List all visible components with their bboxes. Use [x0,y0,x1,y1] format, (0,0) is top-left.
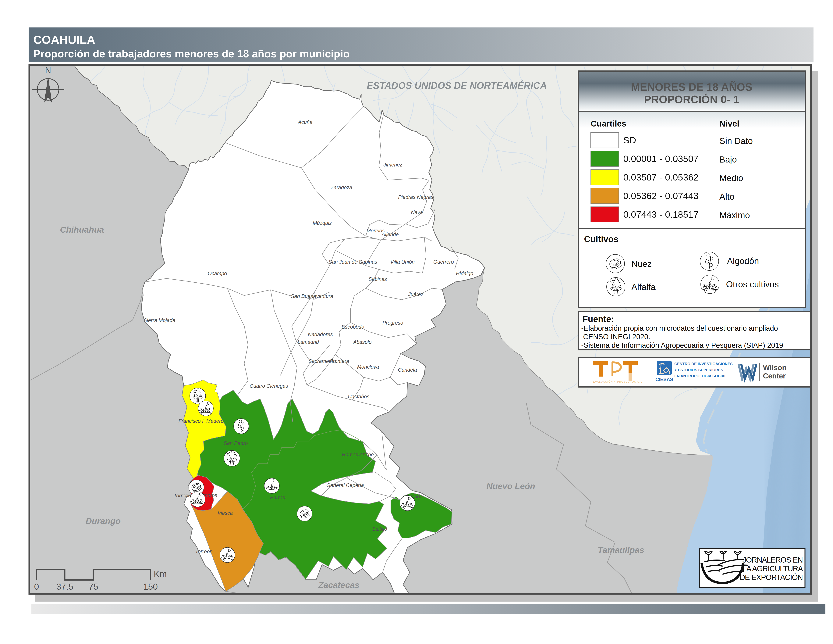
svg-text:Nivel: Nivel [719,119,739,128]
svg-text:EN ANTROPOLOGÍA SOCIAL: EN ANTROPOLOGÍA SOCIAL [674,374,727,378]
svg-text:Acuña: Acuña [298,119,312,125]
svg-text:Alto: Alto [719,192,734,201]
svg-text:Progreso: Progreso [383,320,403,326]
svg-text:General Cepeda: General Cepeda [326,483,364,488]
svg-text:ESTADOS UNIDOS DE NORTEAMÉRICA: ESTADOS UNIDOS DE NORTEAMÉRICA [367,80,547,91]
svg-text:DE EXPORTACIÓN: DE EXPORTACIÓN [740,573,803,581]
svg-text:Proporción de trabajadores men: Proporción de trabajadores menores de 18… [33,48,350,60]
svg-text:Algodón: Algodón [727,256,759,266]
svg-text:CIESAS: CIESAS [655,377,673,382]
svg-text:Villa Unión: Villa Unión [391,259,415,265]
svg-text:PROPORCIÓN 0- 1: PROPORCIÓN 0- 1 [644,93,739,106]
svg-text:Zaragoza: Zaragoza [330,185,352,190]
svg-text:San Juan de Sabinas: San Juan de Sabinas [329,259,377,265]
svg-text:Guerrero: Guerrero [433,259,454,265]
svg-text:Bajo: Bajo [719,155,737,164]
svg-text:Durango: Durango [86,516,121,526]
svg-text:Parras: Parras [270,495,285,501]
svg-text:Zacatecas: Zacatecas [318,580,360,590]
svg-text:Candela: Candela [398,367,417,373]
svg-text:Hidalgo: Hidalgo [456,270,473,276]
svg-text:Otros cultivos: Otros cultivos [726,279,779,289]
svg-text:Múzquiz: Múzquiz [313,220,332,226]
svg-text:Nadadores: Nadadores [308,332,333,337]
svg-text:Tamaulipas: Tamaulipas [598,545,644,555]
svg-text:Frontera: Frontera [330,358,349,364]
svg-text:Nava: Nava [411,209,423,215]
svg-text:Monclova: Monclova [357,364,379,370]
svg-text:Lamadrid: Lamadrid [298,339,319,345]
svg-text:COAHUILA: COAHUILA [33,33,95,46]
svg-text:0.00001 - 0.03507: 0.00001 - 0.03507 [623,154,699,164]
svg-text:Nuevo León: Nuevo León [486,481,535,491]
svg-text:Escobedo: Escobedo [341,324,364,330]
svg-text:N: N [45,66,51,75]
svg-text:75: 75 [88,582,98,591]
svg-text:Sabinas: Sabinas [368,276,387,282]
svg-text:Torreón: Torreón [195,549,212,554]
svg-text:Jiménez: Jiménez [383,162,402,167]
svg-text:Chihuahua: Chihuahua [60,225,104,235]
svg-text:Piedras Negras: Piedras Negras [398,194,433,200]
svg-text:San Pedro: San Pedro [224,440,248,446]
svg-text:Francisco I. Madero: Francisco I. Madero [178,418,224,424]
svg-text:Wilson: Wilson [763,364,786,372]
svg-text:37.5: 37.5 [56,582,73,591]
svg-text:0.07443 - 0.18517: 0.07443 - 0.18517 [623,209,699,219]
svg-text:Cuartiles: Cuartiles [591,119,626,128]
svg-text:Nuez: Nuez [631,259,651,269]
svg-text:Saltillo: Saltillo [372,526,387,532]
svg-text:San Buenaventura: San Buenaventura [291,293,333,299]
svg-text:150: 150 [143,582,158,591]
svg-text:CENSO INEGI 2020.: CENSO INEGI 2020. [583,333,650,341]
svg-text:Cuatro Ciénegas: Cuatro Ciénegas [250,383,288,389]
svg-text:0.03507 - 0.05362: 0.03507 - 0.05362 [623,172,699,182]
svg-text:LA AGRICULTURA: LA AGRICULTURA [743,564,803,573]
svg-text:Máximo: Máximo [719,210,750,220]
svg-text:0.05362 - 0.07443: 0.05362 - 0.07443 [623,191,699,201]
svg-text:Torreón: Torreón [174,493,191,499]
svg-text:Abasolo: Abasolo [353,339,371,345]
svg-text:EVALUACIÓN Y PROYECTOS S.C.: EVALUACIÓN Y PROYECTOS S.C. [593,380,644,383]
svg-text:Sierra Mojada: Sierra Mojada [143,317,175,323]
svg-text:Medio: Medio [719,173,743,183]
svg-text:0: 0 [34,582,39,591]
svg-text:Juárez: Juárez [408,291,423,297]
svg-text:Viesca: Viesca [217,510,233,516]
svg-text:Km: Km [154,569,167,579]
svg-text:-Sistema de Información Agrope: -Sistema de Información Agropecuaria y P… [581,341,783,349]
svg-text:Castaños: Castaños [348,394,369,399]
svg-text:Alfalfa: Alfalfa [631,282,656,292]
svg-text:Center: Center [763,372,786,380]
svg-text:SD: SD [623,135,636,145]
svg-text:Sin Dato: Sin Dato [719,136,753,146]
svg-text:Fuente:: Fuente: [582,314,614,324]
svg-text:Y ESTUDIOS SUPERIORES: Y ESTUDIOS SUPERIORES [674,368,723,372]
svg-text:Ramos Arizpe: Ramos Arizpe [342,452,374,457]
svg-text:CENTRO DE INVESTIGACIONES: CENTRO DE INVESTIGACIONES [674,362,733,366]
svg-text:Allende: Allende [381,232,399,237]
svg-text:-Elaboración propia con microd: -Elaboración propia con microdatos del c… [581,324,778,332]
svg-text:JORNALEROS EN: JORNALEROS EN [743,556,803,564]
svg-text:MENORES DE 18 AÑOS: MENORES DE 18 AÑOS [631,81,753,93]
svg-text:Ocampo: Ocampo [208,270,227,276]
svg-text:Cultivos: Cultivos [584,234,618,244]
